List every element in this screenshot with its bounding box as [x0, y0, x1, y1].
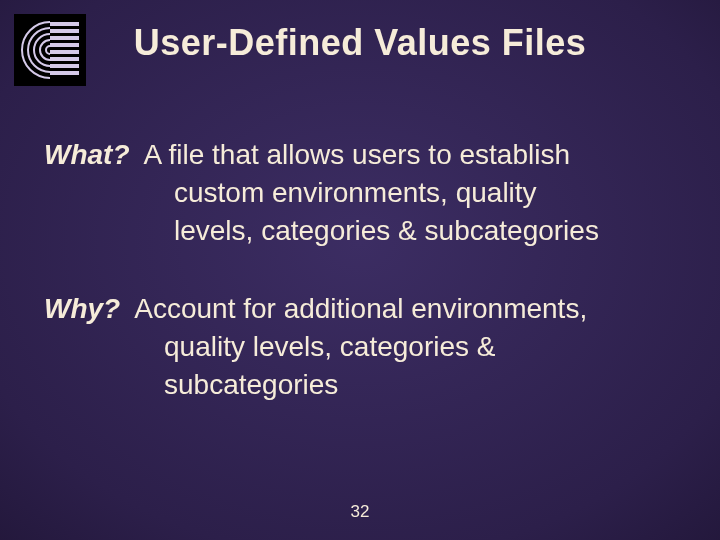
what-line1: What? A file that allows users to establ…: [44, 136, 682, 174]
why-line1: Why? Account for additional environments…: [44, 290, 682, 328]
what-text-3: levels, categories & subcategories: [174, 212, 682, 250]
page-number: 32: [0, 502, 720, 522]
svg-rect-13: [49, 64, 79, 68]
what-text-1: A file that allows users to establish: [144, 139, 570, 170]
slide-body: What? A file that allows users to establ…: [44, 136, 682, 444]
why-text-3: subcategories: [164, 366, 682, 404]
what-block: What? A file that allows users to establ…: [44, 136, 682, 250]
slide: User-Defined Values Files What? A file t…: [0, 0, 720, 540]
svg-rect-14: [49, 71, 79, 75]
what-label: What?: [44, 139, 130, 170]
what-text-2: custom environments, quality: [174, 174, 682, 212]
why-text-1: Account for additional environments,: [134, 293, 587, 324]
slide-title: User-Defined Values Files: [0, 22, 720, 64]
why-block: Why? Account for additional environments…: [44, 290, 682, 404]
why-text-2: quality levels, categories &: [164, 328, 682, 366]
why-label: Why?: [44, 293, 120, 324]
